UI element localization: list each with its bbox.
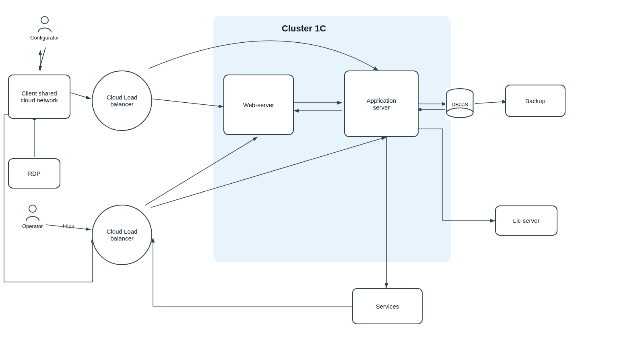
cluster-title: Cluster 1C: [282, 23, 326, 34]
lic-server-label: Lic-server: [513, 217, 540, 224]
svg-point-23: [447, 108, 473, 118]
backup-node: Backup: [505, 85, 566, 117]
rdp-label: RDP: [28, 170, 41, 177]
dbaas-cylinder-icon: DBaaS: [445, 88, 475, 120]
configurator-label: Configurator: [30, 35, 59, 41]
dbaas-node: DBaaS: [445, 88, 475, 120]
svg-text:DBaaS: DBaaS: [452, 102, 469, 108]
architecture-diagram: Cluster 1C: [0, 0, 644, 340]
cloud-lb-bottom-label: Cloud Loadbalancer: [107, 228, 138, 242]
person-icon: [37, 16, 52, 33]
lic-server-node: Lic-server: [495, 205, 557, 236]
web-server-label: Web-server: [243, 102, 274, 108]
backup-label: Backup: [525, 97, 545, 104]
svg-point-18: [29, 205, 36, 212]
cloud-lb-bottom-node: Cloud Loadbalancer: [92, 205, 152, 265]
svg-line-3: [39, 48, 45, 70]
cloud-lb-top-label: Cloud Loadbalancer: [107, 94, 138, 108]
svg-line-6: [151, 99, 223, 107]
configurator-node: Configurator: [30, 16, 59, 41]
app-server-label: Applicationserver: [367, 97, 396, 111]
web-server-node: Web-server: [223, 75, 294, 135]
app-server-node: Applicationserver: [344, 70, 419, 137]
svg-line-5: [70, 93, 91, 99]
rdp-node: RDP: [8, 158, 60, 189]
svg-point-17: [41, 17, 48, 24]
svg-line-2: [39, 48, 45, 70]
person-icon-operator: [25, 205, 40, 222]
cluster-background: [213, 16, 451, 262]
services-label: Services: [376, 303, 399, 310]
client-network-node: Client sharedcloud network: [8, 75, 70, 119]
client-network-label: Client sharedcloud network: [21, 90, 58, 104]
cloud-lb-top-node: Cloud Loadbalancer: [92, 70, 152, 131]
operator-node: Operator: [22, 205, 43, 229]
operator-label: Operator: [22, 223, 43, 229]
https-label: https: [52, 221, 85, 230]
services-node: Services: [352, 288, 423, 324]
